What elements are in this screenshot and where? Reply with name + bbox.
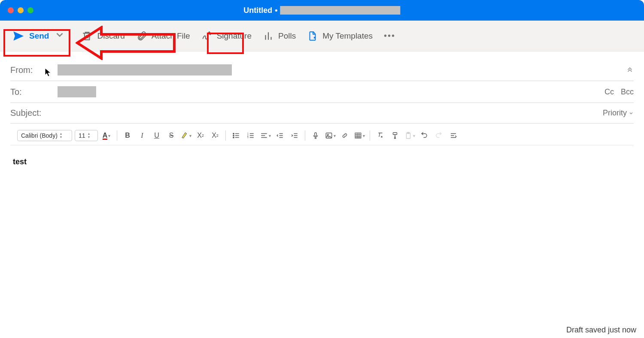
- bold-button[interactable]: B: [122, 130, 134, 142]
- discard-button[interactable]: Discard: [82, 30, 125, 42]
- svg-text:3: 3: [247, 136, 249, 139]
- superscript-button[interactable]: X2: [194, 130, 207, 142]
- discard-label: Discard: [97, 31, 125, 41]
- underline-button[interactable]: U: [151, 130, 163, 142]
- table-icon: [354, 132, 362, 139]
- title-text: Untitled: [243, 6, 272, 15]
- format-toolbar: Calibri (Body) ▴▾ 11 ▴▾ A▾ B I U S ▾ X2 …: [10, 126, 634, 145]
- redo-button[interactable]: [433, 130, 445, 142]
- send-icon: [13, 30, 24, 42]
- clipboard-icon: [404, 132, 412, 139]
- outdent-button[interactable]: [274, 130, 286, 142]
- link-icon: [341, 132, 349, 139]
- microphone-icon: [312, 132, 319, 139]
- from-row: From:: [10, 59, 634, 81]
- font-size-value: 11: [79, 132, 85, 139]
- message-body[interactable]: test: [10, 145, 634, 291]
- polls-label: Polls: [278, 31, 296, 41]
- bcc-button[interactable]: Bcc: [621, 88, 634, 97]
- collapse-header-icon[interactable]: [626, 65, 634, 75]
- subject-label: Subject:: [10, 108, 58, 118]
- attach-file-button[interactable]: Attach File: [136, 30, 190, 42]
- priority-button[interactable]: Priority: [603, 109, 634, 118]
- font-size-select[interactable]: 11 ▴▾: [75, 130, 98, 141]
- number-list-icon: 123: [247, 132, 255, 139]
- priority-label: Priority: [603, 109, 627, 118]
- svg-rect-9: [355, 133, 361, 138]
- insert-link-button[interactable]: [339, 130, 351, 142]
- italic-button[interactable]: I: [136, 130, 148, 142]
- to-label: To:: [10, 87, 58, 97]
- font-color-button[interactable]: A▾: [100, 130, 112, 142]
- signature-icon: [201, 30, 213, 42]
- indent-button[interactable]: [289, 130, 301, 142]
- signature-button[interactable]: Signature: [201, 30, 252, 42]
- align-icon: [260, 132, 268, 139]
- strikethrough-button[interactable]: S: [165, 130, 177, 142]
- main-toolbar: Send Discard Attach File Signature Polls…: [0, 21, 644, 51]
- close-window-button[interactable]: [8, 7, 14, 13]
- subject-input[interactable]: [58, 108, 603, 118]
- svg-point-8: [327, 134, 328, 136]
- paint-icon: [391, 132, 399, 139]
- status-bar: Draft saved just now: [566, 326, 636, 335]
- separator: [370, 130, 370, 141]
- insert-table-button[interactable]: ▾: [353, 130, 365, 142]
- trash-icon: [82, 30, 93, 42]
- body-text: test: [13, 157, 27, 166]
- highlight-button[interactable]: ▾: [180, 130, 192, 142]
- send-button[interactable]: Send: [8, 27, 70, 45]
- stepper-icon: ▴▾: [88, 132, 90, 139]
- clear-format-icon: [377, 132, 384, 139]
- clear-formatting-button[interactable]: [374, 130, 386, 142]
- from-value-redacted[interactable]: [58, 64, 232, 75]
- traffic-lights: [0, 7, 33, 13]
- title-separator: •: [275, 6, 277, 15]
- minimize-window-button[interactable]: [18, 7, 24, 13]
- compose-area: From: To: Cc Bcc Subject: Priority Calib…: [0, 51, 644, 291]
- chevron-down-icon: [629, 111, 634, 116]
- bullet-list-button[interactable]: [230, 130, 242, 142]
- indent-icon: [291, 132, 298, 139]
- my-templates-button[interactable]: My Templates: [307, 30, 373, 42]
- window-title: Untitled •: [243, 6, 400, 15]
- subscript-button[interactable]: X2: [209, 130, 221, 142]
- highlighter-icon: [181, 132, 188, 139]
- templates-label: My Templates: [322, 31, 373, 41]
- more-options-button[interactable]: •••: [384, 31, 395, 41]
- cc-button[interactable]: Cc: [605, 88, 614, 97]
- undo-button[interactable]: [418, 130, 430, 142]
- format-painter-button[interactable]: [389, 130, 401, 142]
- paste-button[interactable]: ▾: [404, 130, 416, 142]
- from-label: From:: [10, 65, 58, 75]
- picture-icon: [325, 132, 333, 139]
- svg-rect-6: [315, 133, 317, 136]
- font-family-select[interactable]: Calibri (Body) ▴▾: [17, 130, 72, 141]
- separator: [225, 130, 226, 141]
- outdent-icon: [276, 132, 284, 139]
- chevron-down-icon: [54, 29, 65, 42]
- font-family-value: Calibri (Body): [21, 132, 58, 139]
- bullet-list-icon: [232, 132, 240, 139]
- dictate-button[interactable]: [310, 130, 322, 142]
- to-value-redacted[interactable]: [58, 86, 96, 97]
- align-button[interactable]: ▾: [259, 130, 271, 142]
- paragraph-icon: [450, 132, 457, 139]
- svg-point-2: [233, 137, 234, 138]
- templates-icon: [307, 30, 318, 42]
- signature-label: Signature: [217, 31, 252, 41]
- undo-icon: [420, 132, 428, 139]
- maximize-window-button[interactable]: [27, 7, 33, 13]
- number-list-button[interactable]: 123: [245, 130, 257, 142]
- polls-button[interactable]: Polls: [263, 30, 296, 42]
- subject-row: Subject: Priority: [10, 103, 634, 124]
- svg-rect-10: [393, 133, 397, 135]
- title-account-redacted: [280, 6, 401, 15]
- svg-point-0: [233, 133, 234, 134]
- insert-picture-button[interactable]: ▾: [324, 130, 336, 142]
- separator: [117, 130, 117, 141]
- svg-point-1: [233, 135, 234, 136]
- paragraph-marks-button[interactable]: [447, 130, 459, 142]
- window-titlebar: Untitled •: [0, 0, 644, 21]
- separator: [305, 130, 305, 141]
